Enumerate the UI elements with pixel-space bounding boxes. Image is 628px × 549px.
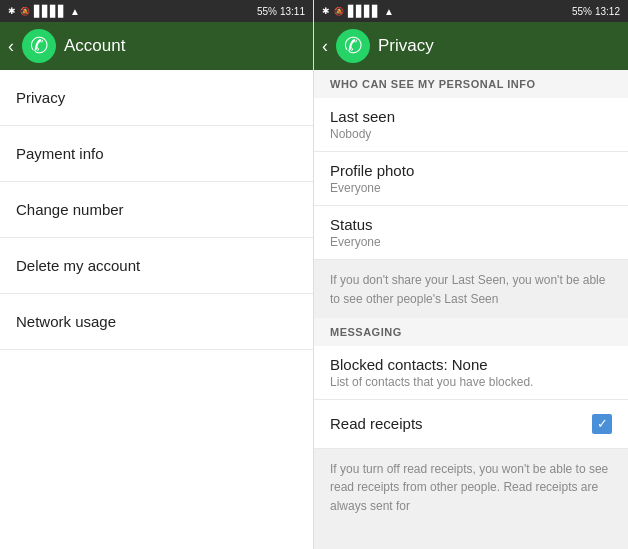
privacy-panel: ✱ 🔕 ▋▋▋▋ ▲ 55% 13:12 ‹ ✆ Privacy WHO CAN… (314, 0, 628, 549)
time-right: 13:12 (595, 6, 620, 17)
blocked-contacts-item[interactable]: Blocked contacts: None List of contacts … (314, 346, 628, 400)
personal-info-header: WHO CAN SEE MY PERSONAL INFO (314, 70, 628, 98)
right-status-right: 55% 13:12 (572, 6, 620, 17)
privacy-title: Privacy (378, 36, 620, 56)
signal-bars-right: ▋▋▋▋ (348, 5, 380, 18)
whatsapp-icon-left: ✆ (30, 33, 48, 59)
wifi-icon-right: ▲ (384, 6, 394, 17)
read-receipts-item[interactable]: Read receipts ✓ (314, 400, 628, 449)
muted-icon: 🔕 (20, 7, 30, 16)
account-title: Account (64, 36, 305, 56)
bluetooth-icon-right: ✱ (322, 6, 330, 16)
read-receipts-info-box: If you turn off read receipts, you won't… (314, 449, 628, 549)
last-seen-item[interactable]: Last seen Nobody (314, 98, 628, 152)
right-status-bar: ✱ 🔕 ▋▋▋▋ ▲ 55% 13:12 (314, 0, 628, 22)
checkmark-icon: ✓ (597, 417, 608, 430)
back-button-left[interactable]: ‹ (8, 36, 14, 57)
change-number-menu-item[interactable]: Change number (0, 182, 313, 238)
left-status-left: ✱ 🔕 ▋▋▋▋ ▲ (8, 5, 80, 18)
account-menu-list: Privacy Payment info Change number Delet… (0, 70, 313, 549)
payment-info-menu-item[interactable]: Payment info (0, 126, 313, 182)
account-panel: ✱ 🔕 ▋▋▋▋ ▲ 55% 13:11 ‹ ✆ Account Privacy… (0, 0, 314, 549)
bluetooth-icon: ✱ (8, 6, 16, 16)
right-status-left: ✱ 🔕 ▋▋▋▋ ▲ (322, 5, 394, 18)
read-receipts-checkbox[interactable]: ✓ (592, 414, 612, 434)
back-button-right[interactable]: ‹ (322, 36, 328, 57)
status-item[interactable]: Status Everyone (314, 206, 628, 260)
account-toolbar: ‹ ✆ Account (0, 22, 313, 70)
wifi-icon-left: ▲ (70, 6, 80, 17)
battery-right: 55% (572, 6, 592, 17)
last-seen-info-box: If you don't share your Last Seen, you w… (314, 260, 628, 318)
left-status-bar: ✱ 🔕 ▋▋▋▋ ▲ 55% 13:11 (0, 0, 313, 22)
whatsapp-icon-right: ✆ (344, 33, 362, 59)
whatsapp-logo-left: ✆ (22, 29, 56, 63)
profile-photo-item[interactable]: Profile photo Everyone (314, 152, 628, 206)
muted-icon-right: 🔕 (334, 7, 344, 16)
time-left: 13:11 (280, 6, 305, 17)
delete-account-menu-item[interactable]: Delete my account (0, 238, 313, 294)
network-usage-menu-item[interactable]: Network usage (0, 294, 313, 350)
privacy-toolbar: ‹ ✆ Privacy (314, 22, 628, 70)
privacy-menu-item[interactable]: Privacy (0, 70, 313, 126)
messaging-header: MESSAGING (314, 318, 628, 346)
whatsapp-logo-right: ✆ (336, 29, 370, 63)
left-status-right: 55% 13:11 (257, 6, 305, 17)
battery-left: 55% (257, 6, 277, 17)
signal-bars-left: ▋▋▋▋ (34, 5, 66, 18)
